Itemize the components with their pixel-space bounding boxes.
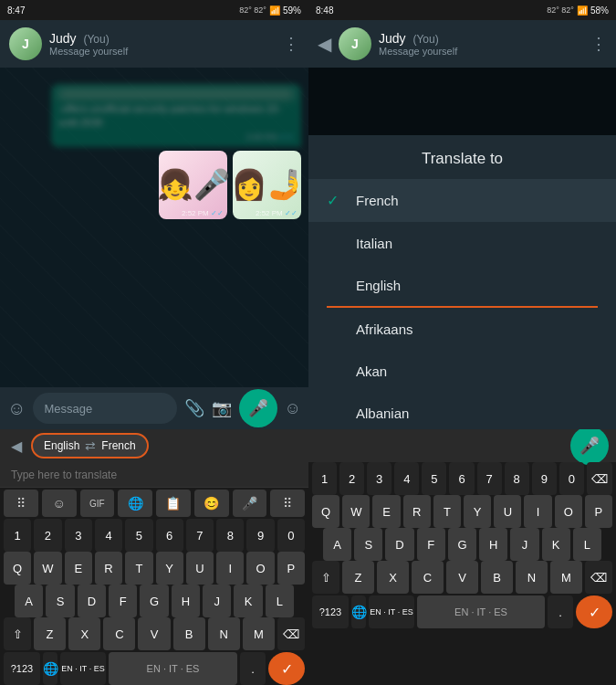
key-4[interactable]: 4 [95, 519, 122, 552]
key-g[interactable]: G [140, 585, 168, 617]
lang-label-key[interactable]: EN · IT · ES [60, 652, 106, 685]
r-key-v[interactable]: V [446, 561, 478, 594]
key-1[interactable]: 1 [4, 519, 31, 552]
keyboard-translate-icon[interactable]: 🌐 [118, 490, 152, 517]
lang-item-akan[interactable]: Akan [308, 350, 616, 392]
r-key-n[interactable]: N [516, 561, 548, 594]
key-j[interactable]: J [203, 585, 231, 617]
r-key-o[interactable]: O [555, 495, 582, 528]
key-e[interactable]: E [65, 552, 92, 585]
r-key-x[interactable]: X [377, 561, 409, 594]
r-key-3[interactable]: 3 [367, 462, 392, 495]
r-backspace[interactable]: ⌫ [587, 462, 612, 495]
r-key-d[interactable]: D [385, 528, 413, 561]
key-3[interactable]: 3 [65, 519, 92, 552]
key-k[interactable]: K [234, 585, 262, 617]
key-o[interactable]: O [246, 552, 274, 585]
key-u[interactable]: U [186, 552, 214, 585]
keyboard-grid-icon[interactable]: ⠿ [4, 490, 38, 517]
key-y[interactable]: Y [156, 552, 183, 585]
r-key-w[interactable]: W [342, 495, 370, 528]
r-key-r[interactable]: R [403, 495, 431, 528]
r-key-k[interactable]: K [542, 528, 570, 561]
emoji-button-2[interactable]: ☺ [285, 399, 301, 418]
r-key-y[interactable]: Y [464, 495, 491, 528]
key-q[interactable]: Q [4, 552, 31, 585]
r-key-0[interactable]: 0 [559, 462, 584, 495]
right-mic-button[interactable]: 🎤 [570, 427, 609, 465]
key-8[interactable]: 8 [216, 519, 244, 552]
space-key[interactable]: EN · IT · ES [109, 652, 237, 685]
key-0[interactable]: 0 [277, 519, 305, 552]
shift-key[interactable]: ⇧ [4, 617, 31, 650]
lang-item-english[interactable]: English [308, 264, 616, 306]
lang-item-italian[interactable]: Italian [308, 222, 616, 264]
symbols-key[interactable]: ?123 [4, 652, 40, 685]
r-key-2[interactable]: 2 [339, 462, 364, 495]
r-key-6[interactable]: 6 [449, 462, 474, 495]
r-period-key[interactable]: . [548, 595, 573, 628]
key-6[interactable]: 6 [156, 519, 183, 552]
key-a[interactable]: A [15, 585, 43, 617]
emoji-button[interactable]: ☺ [7, 398, 26, 419]
r-key-e[interactable]: E [372, 495, 400, 528]
language-key[interactable]: 🌐 [43, 652, 57, 685]
r-key-a[interactable]: A [323, 528, 351, 561]
key-c[interactable]: C [103, 617, 135, 650]
r-key-s[interactable]: S [354, 528, 382, 561]
r-lang-key[interactable]: 🌐 [351, 595, 366, 628]
lang-item-french[interactable]: ✓ French [308, 179, 616, 222]
r-lang-label[interactable]: EN · IT · ES [369, 595, 414, 628]
r-key-z[interactable]: Z [342, 561, 374, 594]
right-more-icon[interactable]: ⋮ [590, 34, 607, 54]
camera-button[interactable]: 📷 [212, 398, 232, 418]
lang-item-afrikaans[interactable]: Afrikaans [308, 308, 616, 350]
r-key-t[interactable]: T [433, 495, 461, 528]
key-s[interactable]: S [46, 585, 74, 617]
r-shift-key[interactable]: ⇧ [312, 561, 339, 594]
r-key-l[interactable]: L [573, 528, 601, 561]
keyboard-emoji-icon[interactable]: ☺ [42, 490, 77, 517]
key-9[interactable]: 9 [246, 519, 274, 552]
key-p[interactable]: P [277, 552, 305, 585]
r-key-j[interactable]: J [510, 528, 538, 561]
r-key-g[interactable]: G [448, 528, 476, 561]
r-key-9[interactable]: 9 [532, 462, 557, 495]
key-w[interactable]: W [34, 552, 61, 585]
r-backspace-2[interactable]: ⌫ [585, 561, 612, 594]
attach-button[interactable]: 📎 [184, 398, 204, 418]
r-key-u[interactable]: U [494, 495, 521, 528]
r-key-p[interactable]: P [585, 495, 612, 528]
r-key-q[interactable]: Q [312, 495, 339, 528]
key-b[interactable]: B [173, 617, 205, 650]
r-send-key[interactable]: ✓ [576, 595, 612, 628]
r-key-4[interactable]: 4 [394, 462, 419, 495]
more-icon[interactable]: ⋮ [283, 34, 299, 54]
key-r[interactable]: R [95, 552, 122, 585]
keyboard-grid2-icon[interactable]: ⠿ [270, 490, 305, 517]
period-key[interactable]: . [240, 652, 266, 685]
r-key-h[interactable]: H [479, 528, 507, 561]
key-x[interactable]: X [68, 617, 100, 650]
key-t[interactable]: T [125, 552, 152, 585]
r-key-8[interactable]: 8 [505, 462, 529, 495]
r-key-f[interactable]: F [417, 528, 445, 561]
r-key-1[interactable]: 1 [312, 462, 337, 495]
language-selector[interactable]: English ⇄ French [31, 433, 149, 458]
key-m[interactable]: M [243, 617, 275, 650]
keyboard-gif-icon[interactable]: GIF [80, 490, 115, 517]
backspace-key[interactable]: ⌫ [277, 617, 305, 650]
r-symbols-key[interactable]: ?123 [312, 595, 349, 628]
key-v[interactable]: V [138, 617, 170, 650]
r-space-key[interactable]: EN · IT · ES [417, 595, 545, 628]
r-key-m[interactable]: M [550, 561, 582, 594]
key-l[interactable]: L [266, 585, 294, 617]
r-key-i[interactable]: I [524, 495, 551, 528]
message-input[interactable]: Message [33, 393, 176, 424]
back-button[interactable]: ◀ [318, 33, 331, 55]
keyboard-mic-row-icon[interactable]: 🎤 [233, 490, 267, 517]
key-7[interactable]: 7 [186, 519, 214, 552]
lang-item-albanian[interactable]: Albanian [308, 392, 616, 429]
send-key[interactable]: ✓ [268, 652, 305, 685]
keyboard-clipboard-icon[interactable]: 📋 [156, 490, 191, 517]
